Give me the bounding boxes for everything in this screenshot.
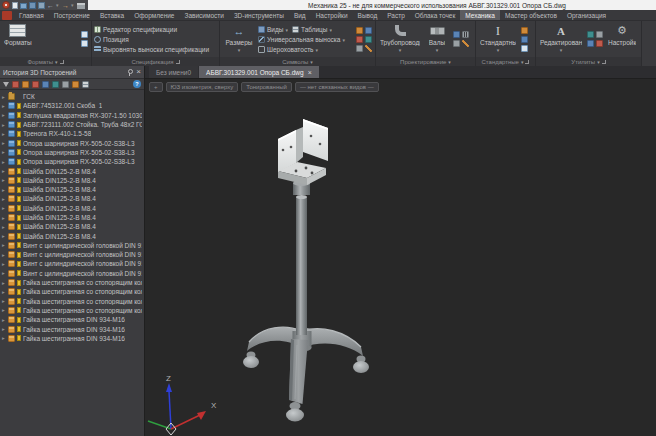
tree-item[interactable]: Опора шарнирная RX-505-02-S38-L3 [0,138,144,147]
plane-icon[interactable] [42,81,49,88]
tree-item[interactable]: Заглушка квадратная RX-307-1.50 103094 [0,111,144,120]
weld-seam-icon[interactable] [356,27,363,34]
point-icon[interactable] [12,81,19,88]
ribbon-tab[interactable]: Настройки [311,10,353,20]
tree-item[interactable]: Гайка шестигранная DIN 934-M16 [0,334,144,343]
expand-arrow-icon[interactable] [2,103,6,109]
tree-item[interactable]: Винт с цилиндрической головкой DIN 91 [0,269,144,278]
undo-dropdown-icon[interactable]: ▾ [56,2,60,9]
tree-item[interactable]: Гайка шестигранная со стопорящим кол [0,287,144,296]
dialog-launcher-icon[interactable] [176,60,180,64]
grid-dots-icon[interactable] [596,40,603,47]
dialog-launcher-icon[interactable] [602,60,606,64]
ribbon-tab[interactable]: 3D-инструменты [229,10,289,20]
expand-arrow-icon[interactable] [2,307,6,313]
expand-arrow-icon[interactable] [2,112,6,118]
tree-item[interactable]: Шайба DIN125-2-B M8.4 [0,222,144,231]
expand-arrow-icon[interactable] [2,205,6,211]
ribbon-tab[interactable]: Главная [14,10,49,20]
align-leaders-button[interactable]: Выровнять выноски спецификации [94,44,217,54]
tree-item[interactable]: Шайба DIN125-2-B M8.4 [0,194,144,203]
sketch-icon[interactable] [462,40,469,47]
roughness-button[interactable]: Шероховатость [258,44,353,54]
views-button[interactable]: Виды [258,24,288,34]
tree-item[interactable]: Опора шарнирная RX-505-02-S38-L3 [0,148,144,157]
dialog-launcher-icon[interactable] [525,60,529,64]
library-page-icon[interactable] [521,45,528,52]
tree-item[interactable]: Шайба DIN125-2-B M8.4 [0,176,144,185]
rotate-icon[interactable] [596,31,603,38]
folder-icon[interactable] [72,81,79,88]
expand-arrow-icon[interactable] [2,289,6,295]
dimensions-button[interactable]: ↔ Размеры [222,22,256,56]
format-border-icon[interactable] [81,40,88,47]
panel-label-specification[interactable]: Спецификация [92,57,219,66]
open-file-icon[interactable] [20,3,27,9]
measure-icon[interactable] [587,31,594,38]
position-button[interactable]: Позиция [94,34,217,44]
help-icon[interactable]: ? [133,80,141,88]
ribbon-tab[interactable]: Зависимости [179,10,228,20]
panel-label-standards[interactable]: Стандартные [476,57,535,66]
expand-arrow-icon[interactable] [2,280,6,286]
profile-icon[interactable] [521,36,528,43]
expand-arrow-icon[interactable] [2,122,6,128]
3d-model-opora[interactable]: Z X [145,79,656,436]
print-icon[interactable] [77,3,85,9]
tree-item[interactable]: Шайба DIN125-2-B M8.4 [0,185,144,194]
expand-arrow-icon[interactable] [2,335,6,341]
tree-item[interactable]: Гайка шестигранная со стопорящим кол [0,306,144,315]
expand-arrow-icon[interactable] [2,242,6,248]
shafts-button[interactable]: Валы [424,22,450,56]
redo-icon[interactable]: → [62,2,69,9]
tree-item[interactable]: Шайба DIN125-2-B M8.4 [0,231,144,240]
ribbon-tab[interactable]: Организация [562,10,611,20]
ribbon-tab[interactable]: Облака точек [410,10,461,20]
panel-label-formats[interactable]: Форматы [0,57,91,66]
expand-arrow-icon[interactable] [2,168,6,174]
hatch-icon[interactable] [365,45,372,52]
settings-button[interactable]: ⚙ Настройки [606,22,638,56]
filter-icon[interactable] [3,82,9,87]
tree-item[interactable]: Гайка шестигранная DIN 934-M16 [0,324,144,333]
close-icon[interactable]: × [136,68,141,76]
ribbon-tab[interactable]: Оформление [129,10,179,20]
ribbon-tab[interactable]: Вставка [95,10,129,20]
app-menu-icon[interactable] [2,11,12,20]
expand-arrow-icon[interactable] [2,131,6,137]
tree-item[interactable]: Гайка шестигранная DIN 934-M16 [0,315,144,324]
tolerance-icon[interactable] [356,36,363,43]
expand-arrow-icon[interactable] [2,140,6,146]
tree-item[interactable]: Гайка шестигранная со стопорящим кол [0,297,144,306]
table-view-icon[interactable] [82,81,89,88]
tree-item[interactable]: Винт с цилиндрической головкой DIN 91 [0,259,144,268]
viewport[interactable]: + ЮЗ изометрия, сверху Тонированный — не… [145,79,656,436]
expand-arrow-icon[interactable] [2,224,6,230]
ribbon-tab[interactable]: Вывод [353,10,383,20]
sphere-icon[interactable] [22,81,29,88]
panel-label-utilities[interactable]: Утилиты [536,57,641,66]
top-bracket[interactable] [278,119,328,195]
ribbon-tab[interactable]: Построение [49,10,95,20]
expand-arrow-icon[interactable] [2,317,6,323]
bearing-icon[interactable] [453,40,460,47]
expand-arrow-icon[interactable] [2,149,6,155]
pipelines-button[interactable]: Трубопроводы [378,22,422,56]
document-tab[interactable]: Без имени0 [149,66,198,78]
column[interactable] [296,195,307,335]
spring-icon[interactable] [462,31,469,38]
operation-icon[interactable] [62,81,69,88]
ribbon-tab[interactable]: Механика [460,10,500,20]
tree-item[interactable]: ГСК [0,92,144,101]
expand-arrow-icon[interactable] [2,177,6,183]
zoom-tool-icon[interactable] [587,40,594,47]
standard-parts-button[interactable]: I Стандартные [478,22,518,56]
tree-item[interactable]: Тренога RX-410-1.5-58 [0,129,144,138]
axis-icon[interactable] [32,81,39,88]
expand-arrow-icon[interactable] [2,326,6,332]
pin-icon[interactable] [127,69,132,76]
expand-arrow-icon[interactable] [2,233,6,239]
expand-arrow-icon[interactable] [2,270,6,276]
tree-item[interactable]: АБВГ.723111.002 Стойка. Труба 48х2 ГОСТ [0,120,144,129]
spec-editor-button[interactable]: Редактор спецификации [94,24,217,34]
